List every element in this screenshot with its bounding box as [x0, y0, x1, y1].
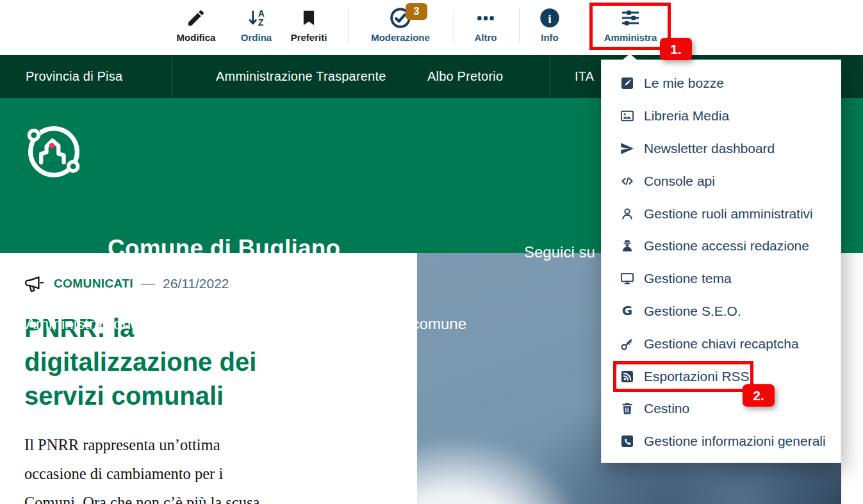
admin-menu-list: Le mie bozze Libreria Media Newsletter d…	[602, 60, 841, 458]
bookmark-icon	[299, 6, 318, 30]
code-icon	[620, 174, 635, 189]
menu-item-cestino[interactable]: Cestino	[602, 393, 841, 425]
topbar-link-albo-pretorio[interactable]: Albo Pretorio	[427, 55, 503, 98]
page: Modifica A Z Ordina Preferiti	[0, 0, 863, 504]
phone-icon	[620, 434, 635, 449]
article-body-line: Comuni. Ora che non c’è più la scusa	[24, 488, 428, 504]
svg-text:Z: Z	[258, 17, 264, 28]
municipality-logo[interactable]	[21, 118, 87, 185]
menu-item-console-api[interactable]: Console api	[602, 165, 841, 197]
user-icon	[620, 206, 635, 222]
article-body-line: occasione di cambiamento per i	[24, 459, 428, 488]
article-title-line: digitalizzazione dei	[24, 345, 325, 379]
menu-item-label: Le mie bozze	[644, 76, 724, 91]
meta-separator: —	[141, 275, 155, 292]
menu-item-gestione-informazioni-generali[interactable]: Gestione informazioni generali	[602, 425, 841, 458]
toolbar-item-amministra[interactable]: Amministra	[589, 6, 672, 43]
toolbar-divider	[519, 8, 520, 43]
article-category[interactable]: COMUNICATI	[54, 277, 133, 291]
toolbar-divider	[582, 8, 582, 43]
topbar-link-amministrazione-trasparente[interactable]: Amministrazione Trasparente	[216, 55, 386, 98]
media-library-icon	[620, 108, 635, 124]
megaphone-icon	[24, 274, 46, 293]
check-circle-icon: 3	[389, 6, 412, 30]
toolbar-item-preferiti[interactable]: Preferiti	[267, 6, 350, 43]
topbar-divider	[550, 55, 550, 98]
pencil-icon	[186, 6, 206, 30]
article-body: Il PNRR rappresenta un’ottima occasione …	[24, 430, 428, 504]
menu-item-label: Newsletter dashboard	[644, 141, 775, 156]
language-selector[interactable]: ITA	[575, 55, 594, 98]
admin-toolbar: Modifica A Z Ordina Preferiti	[0, 0, 863, 55]
menu-item-label: Gestione chiavi recaptcha	[644, 336, 799, 352]
toolbar-item-label: Preferiti	[291, 32, 327, 43]
toolbar-item-label: Info	[541, 32, 559, 43]
menu-item-label: Console api	[644, 174, 715, 189]
info-circle-icon: i	[539, 6, 561, 30]
nav-item-amministrazione[interactable]: Amministrazione	[26, 315, 139, 333]
svg-text:G: G	[622, 304, 632, 318]
trash-icon	[620, 401, 635, 416]
nav-item-novita[interactable]: Novità	[181, 315, 225, 333]
topbar-owner-link[interactable]: Provincia di Pisa	[26, 55, 122, 98]
menu-item-label: Esportazioni RSS	[644, 369, 750, 384]
moderation-count-badge: 3	[406, 3, 427, 20]
toolbar-item-moderazione[interactable]: 3 Moderazione	[359, 6, 442, 43]
article-body-line: Il PNRR rappresenta un’ottima	[24, 430, 428, 459]
toolbar-divider	[454, 8, 454, 43]
toolbar-divider	[348, 8, 349, 43]
rss-icon	[620, 369, 635, 384]
menu-item-label: Gestione S.E.O.	[644, 304, 741, 319]
menu-item-gestione-seo[interactable]: G Gestione S.E.O.	[602, 295, 841, 328]
toolbar-item-label: Moderazione	[371, 32, 430, 43]
sort-az-icon: A Z	[246, 6, 267, 30]
article-meta: COMUNICATI — 26/11/2022	[24, 274, 229, 293]
menu-item-label: Gestione ruoli amministrativi	[644, 206, 813, 222]
menu-item-label: Gestione informazioni generali	[644, 434, 826, 449]
menu-item-le-mie-bozze[interactable]: Le mie bozze	[602, 67, 841, 100]
topbar-divider	[172, 55, 172, 98]
article-date: 26/11/2022	[163, 276, 229, 291]
nav-item-servizi[interactable]: Servizi	[267, 315, 313, 333]
menu-item-libreria-media[interactable]: Libreria Media	[602, 100, 841, 133]
key-icon	[620, 336, 635, 352]
menu-item-label: Cestino	[644, 401, 689, 416]
sliders-icon	[620, 6, 641, 30]
toolbar-item-label: Modifica	[177, 32, 216, 43]
menu-item-gestione-ruoli-amministrativi[interactable]: Gestione ruoli amministrativi	[602, 197, 841, 230]
menu-item-label: Libreria Media	[644, 108, 729, 124]
menu-item-gestione-tema[interactable]: Gestione tema	[602, 263, 841, 295]
menu-item-label: Gestione accessi redazione	[644, 238, 809, 254]
menu-item-label: Gestione tema	[644, 271, 732, 286]
menu-item-newsletter-dashboard[interactable]: Newsletter dashboard	[602, 133, 841, 165]
menu-item-gestione-chiavi-recaptcha[interactable]: Gestione chiavi recaptcha	[602, 327, 841, 360]
follow-us-label: Seguici su	[524, 243, 595, 261]
nav-item-vivere-il-comune[interactable]: Vivere il comune	[353, 315, 466, 333]
article-title-line: servizi comunali	[24, 379, 325, 413]
menu-item-gestione-accessi-redazione[interactable]: Gestione accessi redazione	[602, 230, 841, 263]
paper-plane-icon	[620, 141, 635, 156]
google-icon: G	[620, 304, 635, 319]
toolbar-item-info[interactable]: i Info	[508, 6, 591, 43]
svg-text:i: i	[548, 12, 552, 26]
pen-square-icon	[620, 76, 635, 91]
amministra-dropdown-menu: Le mie bozze Libreria Media Newsletter d…	[601, 60, 841, 463]
desktop-icon	[620, 271, 635, 286]
menu-item-esportazioni-rss[interactable]: Esportazioni RSS	[602, 360, 841, 393]
site-title[interactable]: Comune di Bugliano	[108, 235, 340, 262]
user-secret-icon	[620, 238, 635, 254]
toolbar-item-label: Altro	[475, 32, 497, 43]
toolbar-item-label: Amministra	[604, 32, 657, 43]
ellipsis-icon	[475, 6, 497, 30]
